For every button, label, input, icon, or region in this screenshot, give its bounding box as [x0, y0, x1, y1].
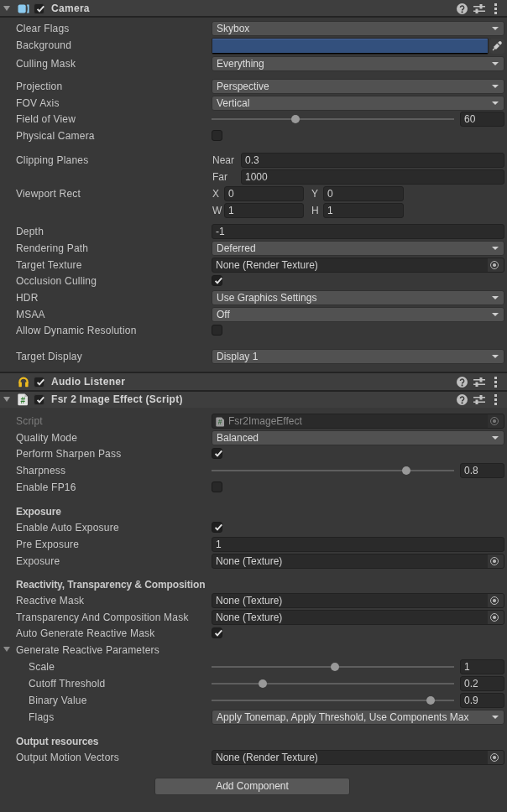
svg-text:#: # [20, 396, 25, 405]
svg-text:#: # [218, 418, 222, 426]
